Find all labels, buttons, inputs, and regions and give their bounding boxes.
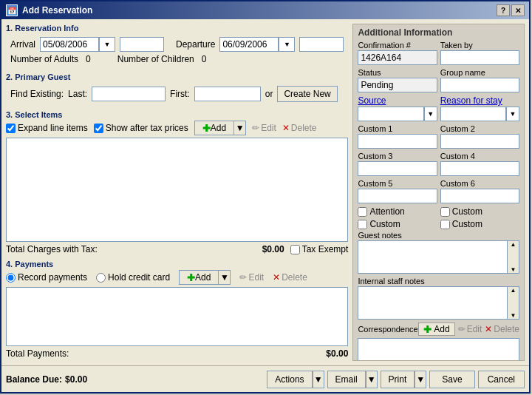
custom-cb2-label[interactable]: Custom bbox=[440, 206, 519, 217]
hold-credit-label[interactable]: Hold credit card bbox=[96, 272, 170, 283]
add-payment-button[interactable]: ✚ Add bbox=[179, 270, 219, 285]
first-name-input[interactable] bbox=[194, 87, 261, 101]
balance-value: $0.00 bbox=[65, 374, 87, 385]
scroll-up-icon2[interactable]: ▲ bbox=[508, 287, 519, 294]
expand-line-items-checkbox[interactable] bbox=[6, 124, 16, 133]
status-group-row: Status Group name bbox=[358, 68, 519, 92]
payment-type-group: Record payments Hold credit card ✚ Add ▼ bbox=[6, 270, 348, 285]
custom6-group: Custom 6 bbox=[440, 179, 519, 203]
delete-icon: ✕ bbox=[282, 123, 290, 133]
hold-credit-radio[interactable] bbox=[96, 273, 106, 283]
delete-correspondence-button[interactable]: ✕ Delete bbox=[485, 324, 519, 334]
custom-cb3-checkbox[interactable] bbox=[440, 220, 450, 229]
adults-value: 0 bbox=[86, 54, 91, 64]
add-payment-dropdown[interactable]: ▼ bbox=[219, 270, 231, 285]
email-btn-group: Email ▼ bbox=[327, 371, 378, 388]
custom3-input[interactable] bbox=[358, 161, 437, 176]
edit-payment-button[interactable]: ✏ Edit bbox=[239, 272, 264, 283]
scroll-down-icon[interactable]: ▼ bbox=[508, 266, 519, 273]
add-item-button[interactable]: ✚ Add bbox=[194, 121, 234, 135]
reason-input[interactable] bbox=[440, 107, 506, 121]
record-payments-label[interactable]: Record payments bbox=[6, 272, 87, 283]
adults-children-row: Number of Adults 0 Number of Children 0 bbox=[10, 54, 344, 64]
confirmation-input[interactable] bbox=[358, 50, 437, 65]
add-item-dropdown[interactable]: ▼ bbox=[234, 121, 246, 135]
tax-exempt-checkbox[interactable] bbox=[290, 245, 300, 254]
right-panel: Additional Information Confirmation # Ta… bbox=[352, 24, 525, 361]
departure-extra-input[interactable] bbox=[299, 37, 344, 52]
attention-label[interactable]: Attention bbox=[358, 206, 437, 217]
arrival-date-input[interactable] bbox=[40, 37, 99, 52]
first-label: First: bbox=[170, 89, 190, 99]
guest-notes-container: ▲ ▼ bbox=[358, 240, 519, 274]
source-link[interactable]: Source bbox=[358, 95, 437, 106]
source-reason-row: Source ▼ Reason for stay ▼ bbox=[358, 95, 519, 121]
internal-notes-input[interactable] bbox=[358, 286, 508, 320]
custom5-input[interactable] bbox=[358, 189, 437, 203]
guest-notes-input[interactable] bbox=[358, 240, 508, 274]
reason-dropdown[interactable]: ▼ bbox=[506, 107, 519, 121]
status-group: Status bbox=[358, 68, 437, 92]
email-dropdown[interactable]: ▼ bbox=[366, 371, 378, 388]
internal-notes-container: ▲ ▼ bbox=[358, 286, 519, 320]
custom3-label: Custom 3 bbox=[358, 152, 437, 161]
help-button[interactable]: ? bbox=[497, 4, 510, 16]
custom6-input[interactable] bbox=[440, 189, 519, 203]
group-name-input[interactable] bbox=[440, 78, 519, 92]
add-icon: ✚ bbox=[202, 123, 211, 134]
source-dropdown[interactable]: ▼ bbox=[424, 107, 437, 121]
guest-find-row: Find Existing: Last: First: or Create Ne… bbox=[10, 86, 344, 102]
scroll-down-icon2[interactable]: ▼ bbox=[508, 312, 519, 319]
expand-line-items-label[interactable]: Expand line items bbox=[6, 123, 88, 133]
save-button[interactable]: Save bbox=[429, 371, 474, 388]
add-correspondence-button[interactable]: ✚ Add bbox=[418, 323, 454, 336]
departure-date-input[interactable] bbox=[219, 37, 279, 52]
arrival-date-arrow[interactable]: ▼ bbox=[99, 37, 115, 52]
print-button[interactable]: Print bbox=[381, 371, 415, 388]
taken-by-input[interactable] bbox=[440, 50, 519, 65]
children-label: Number of Children bbox=[117, 54, 194, 64]
custom2-input[interactable] bbox=[440, 134, 519, 149]
departure-date-arrow[interactable]: ▼ bbox=[279, 37, 295, 52]
delete-payment-button[interactable]: ✕ Delete bbox=[273, 272, 307, 283]
cancel-button[interactable]: Cancel bbox=[478, 371, 525, 388]
custom1-input[interactable] bbox=[358, 134, 437, 149]
tax-exempt-label[interactable]: Tax Exempt bbox=[290, 244, 349, 254]
close-button[interactable]: ✕ bbox=[511, 4, 525, 16]
items-total-right: $0.00 Tax Exempt bbox=[262, 244, 349, 254]
record-payments-radio[interactable] bbox=[6, 273, 16, 283]
checkboxes-row: Attention Custom Custom bbox=[358, 206, 519, 229]
section1-header: 1. Reservation Info bbox=[6, 24, 348, 33]
section2-header: 2. Primary Guest bbox=[6, 72, 348, 81]
create-new-button[interactable]: Create New bbox=[277, 86, 337, 102]
custom-cb2-checkbox[interactable] bbox=[440, 207, 450, 217]
source-input[interactable] bbox=[358, 107, 423, 121]
items-total-value: $0.00 bbox=[262, 244, 284, 254]
custom3-group: Custom 3 bbox=[358, 152, 437, 176]
custom4-input[interactable] bbox=[440, 161, 519, 176]
status-input[interactable] bbox=[358, 78, 437, 92]
section3-select-items: 3. Select Items Expand line items Show a… bbox=[6, 110, 348, 257]
edit-correspondence-button[interactable]: ✏ Edit bbox=[458, 324, 482, 334]
actions-button[interactable]: Actions bbox=[267, 371, 312, 388]
edit-item-button[interactable]: ✏ Edit bbox=[252, 123, 276, 133]
delete-item-button[interactable]: ✕ Delete bbox=[282, 123, 317, 133]
left-panel: 1. Reservation Info Arrival ▼ Departure bbox=[6, 24, 348, 361]
guest-notes-group: Guest notes ▲ ▼ bbox=[358, 231, 519, 274]
attention-checkbox[interactable] bbox=[358, 207, 367, 217]
custom-cb1-label[interactable]: Custom bbox=[358, 219, 437, 229]
internal-notes-label: Internal staff notes bbox=[358, 277, 519, 286]
actions-dropdown[interactable]: ▼ bbox=[313, 371, 324, 388]
show-tax-prices-label[interactable]: Show after tax prices bbox=[94, 123, 188, 133]
show-tax-prices-checkbox[interactable] bbox=[94, 124, 103, 133]
print-dropdown[interactable]: ▼ bbox=[415, 371, 426, 388]
reason-link[interactable]: Reason for stay bbox=[440, 95, 519, 106]
confirmation-label: Confirmation # bbox=[358, 41, 437, 50]
arrival-extra-input[interactable] bbox=[120, 37, 164, 52]
payments-total-value: $0.00 bbox=[326, 348, 348, 359]
custom-cb1-checkbox[interactable] bbox=[358, 220, 367, 229]
last-name-input[interactable] bbox=[92, 87, 166, 101]
email-button[interactable]: Email bbox=[327, 371, 366, 388]
custom-cb3-label[interactable]: Custom bbox=[440, 219, 519, 229]
scroll-up-icon[interactable]: ▲ bbox=[508, 241, 519, 248]
